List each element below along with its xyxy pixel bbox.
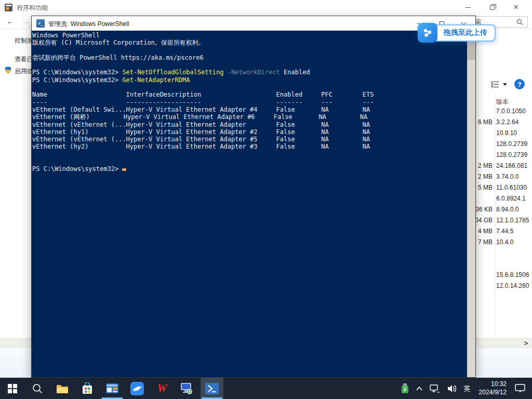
computer-icon (180, 382, 194, 395)
program-version: 15.6.8.1506 (496, 271, 529, 278)
taskbar-file-explorer[interactable] (51, 378, 74, 399)
upload-toast[interactable]: 拖拽至此上传 (418, 23, 496, 43)
programs-and-features-icon (5, 4, 12, 11)
hidden-icons-chevron[interactable] (414, 378, 424, 399)
program-version: 11.0.61030 (496, 184, 527, 191)
console-text[interactable]: Windows PowerShell 版权所有 (C) Microsoft Co… (32, 32, 467, 173)
pf-viewbar: ? (475, 77, 532, 91)
forward-arrow-icon[interactable]: → (22, 17, 30, 25)
program-version: 24.166.081 (496, 162, 527, 169)
powershell-icon (205, 383, 219, 394)
wps-icon: W (157, 382, 167, 395)
program-version: 3.74.0.0 (496, 173, 518, 180)
taskbar-powershell[interactable] (201, 378, 223, 399)
taskbar-clock[interactable]: 10:32 2024/9/12 (476, 380, 510, 396)
network-icon[interactable] (428, 378, 442, 399)
usb-eject-icon[interactable] (400, 378, 410, 399)
netdisk-icon (418, 23, 437, 43)
sidebar-item-turn-windows-features[interactable]: 启用或 (15, 67, 33, 76)
program-version: 12.0.14.260 (496, 282, 529, 289)
ps-window-title: 管理员: Windows PowerShell (48, 20, 129, 29)
program-size: 2 MB (478, 162, 493, 169)
program-size: 36 KB (475, 206, 493, 213)
program-version: 10.9.10 (496, 129, 517, 137)
folder-icon (56, 383, 69, 394)
taskbar-microsoft-store[interactable] (76, 378, 99, 399)
ps-titlebar[interactable]: >_ 管理员: Windows PowerShell (32, 16, 475, 31)
taskbar-wps-office[interactable]: W (151, 378, 174, 399)
console-scrollbar-thumb[interactable] (467, 42, 475, 60)
windows-logo-icon (8, 384, 17, 393)
search-icon (516, 19, 523, 25)
program-version: 7.44.5 (496, 228, 513, 235)
taskbar-search-button[interactable] (26, 378, 49, 399)
program-version: 128.0.2739 (496, 140, 527, 148)
clock-date: 2024/9/12 (479, 389, 507, 397)
thunder-bird-icon (130, 382, 144, 395)
taskbar-thunder[interactable] (126, 378, 149, 399)
control-panel-window-icon (106, 383, 118, 393)
console-area[interactable]: Windows PowerShell 版权所有 (C) Microsoft Co… (32, 31, 475, 377)
search-icon (32, 383, 43, 394)
taskbar: W 英 10:32 2024/9/12 (0, 378, 532, 399)
program-version: 6.0.8924.1 (496, 195, 526, 202)
store-bag-icon (82, 382, 93, 395)
program-size: 6 MB (478, 118, 493, 126)
uac-shield-icon (4, 66, 12, 74)
powershell-icon: >_ (36, 19, 45, 28)
program-version: 7.0.0.1050 (496, 108, 526, 115)
action-center-icon[interactable] (513, 378, 527, 399)
back-arrow-icon[interactable]: ← (6, 17, 14, 25)
toast-label: 拖拽至此上传 (444, 28, 487, 37)
program-version: 128.0.2739 (496, 151, 527, 158)
sidebar-item-control-panel-home[interactable]: 控制面 (15, 36, 33, 45)
taskbar-computer-tool[interactable] (176, 378, 198, 399)
input-language-indicator[interactable]: 英 (462, 378, 472, 399)
volume-icon[interactable] (445, 378, 459, 399)
view-dropdown-caret-icon[interactable] (503, 83, 507, 86)
sidebar-item-view-installed-updates[interactable]: 查看已 (15, 55, 33, 64)
pf-titlebar: 程序和功能 × (0, 0, 532, 15)
pf-close-button[interactable]: × (504, 0, 528, 15)
toast-bubble: 拖拽至此上传 (433, 24, 496, 42)
program-size: 7 MB (478, 238, 493, 246)
program-version: 10.4.0 (496, 238, 513, 246)
program-size: 4 MB (478, 228, 493, 235)
details-view-icon[interactable] (491, 81, 499, 88)
pf-window-title: 程序和功能 (17, 4, 48, 12)
program-version: 3.2.2.64 (496, 118, 518, 126)
console-scrollbar[interactable] (467, 31, 475, 377)
program-version: 8.94.0.0 (496, 206, 518, 213)
taskbar-programs-and-features[interactable] (101, 378, 124, 399)
program-version: 12.1.0.1785 (496, 217, 529, 224)
pf-minimize-button[interactable] (456, 0, 480, 15)
powershell-window: >_ 管理员: Windows PowerShell Windows Power… (31, 16, 476, 378)
program-size: 04 GB (475, 217, 493, 224)
program-size: 2 MB (478, 173, 493, 180)
help-button[interactable]: ? (514, 79, 525, 89)
pf-restore-button[interactable] (480, 0, 504, 15)
program-size: 5 MB (478, 184, 493, 191)
scroll-right-arrow-icon[interactable]: > (524, 339, 528, 347)
clock-time: 10:32 (479, 380, 507, 389)
start-button[interactable] (1, 378, 24, 399)
